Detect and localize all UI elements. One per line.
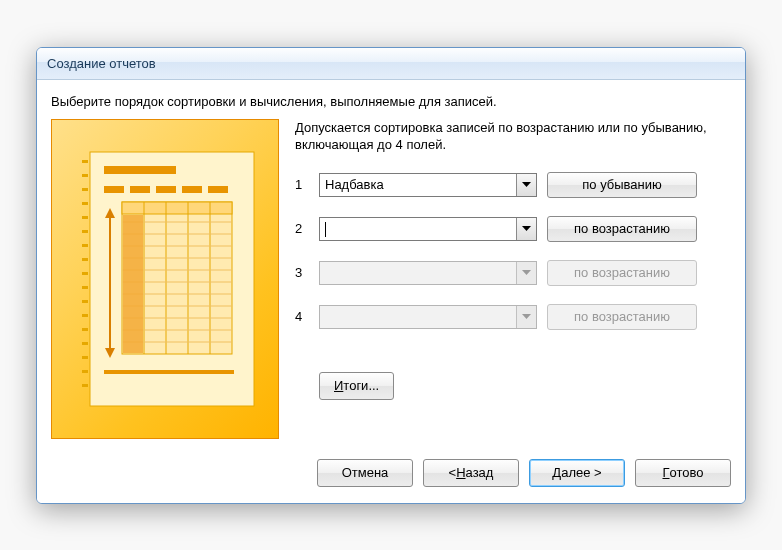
sort-row-number: 3 xyxy=(295,265,309,280)
next-button[interactable]: Далее > xyxy=(529,459,625,487)
svg-rect-20 xyxy=(130,186,150,193)
svg-rect-12 xyxy=(82,314,88,317)
svg-rect-19 xyxy=(104,186,124,193)
svg-rect-13 xyxy=(82,328,88,331)
sort-row-1: 1Надбавкапо убыванию xyxy=(295,172,731,198)
cancel-label: Отмена xyxy=(342,465,389,480)
svg-rect-6 xyxy=(82,230,88,233)
sort-field-combo-2[interactable] xyxy=(319,217,537,241)
svg-rect-21 xyxy=(156,186,176,193)
svg-rect-25 xyxy=(122,202,232,214)
sort-order-label: по возрастанию xyxy=(574,309,670,324)
sort-order-button-4: по возрастанию xyxy=(547,304,697,330)
svg-rect-18 xyxy=(104,166,176,174)
back-button[interactable]: < Назад xyxy=(423,459,519,487)
sort-field-value: Надбавка xyxy=(320,174,516,196)
sort-order-button-1[interactable]: по убыванию xyxy=(547,172,697,198)
hint-text: Допускается сортировка записей по возрас… xyxy=(295,119,731,154)
svg-rect-41 xyxy=(123,215,143,353)
sort-order-button-2[interactable]: по возрастанию xyxy=(547,216,697,242)
svg-rect-16 xyxy=(82,370,88,373)
main-row: Допускается сортировка записей по возрас… xyxy=(37,119,745,439)
sort-order-label: по возрастанию xyxy=(574,221,670,236)
svg-rect-11 xyxy=(82,300,88,303)
svg-rect-7 xyxy=(82,244,88,247)
svg-rect-45 xyxy=(104,370,234,374)
sort-row-number: 1 xyxy=(295,177,309,192)
wizard-illustration xyxy=(51,119,279,439)
chevron-down-icon[interactable] xyxy=(516,174,536,196)
svg-rect-17 xyxy=(82,384,88,387)
svg-rect-15 xyxy=(82,356,88,359)
next-hotkey: Д xyxy=(552,465,561,480)
svg-rect-10 xyxy=(82,286,88,289)
chevron-down-icon xyxy=(516,306,536,328)
sort-row-2: 2по возрастанию xyxy=(295,216,731,242)
back-prefix: < xyxy=(449,465,457,480)
svg-rect-1 xyxy=(82,160,88,163)
svg-rect-5 xyxy=(82,216,88,219)
sort-config-panel: Допускается сортировка записей по возрас… xyxy=(295,119,731,439)
back-rest: азад xyxy=(466,465,494,480)
svg-rect-8 xyxy=(82,258,88,261)
finish-rest: отово xyxy=(670,465,704,480)
sort-field-value xyxy=(320,306,516,328)
titlebar[interactable]: Создание отчетов xyxy=(37,48,745,80)
sort-row-number: 4 xyxy=(295,309,309,324)
window-title: Создание отчетов xyxy=(47,56,156,71)
finish-button[interactable]: Готово xyxy=(635,459,731,487)
sort-order-label: по возрастанию xyxy=(574,265,670,280)
summary-rest: тоги... xyxy=(343,378,379,393)
finish-hotkey: Г xyxy=(662,465,669,480)
svg-rect-9 xyxy=(82,272,88,275)
svg-rect-2 xyxy=(82,174,88,177)
wizard-footer: Отмена < Назад Далее > Готово xyxy=(37,439,745,503)
svg-rect-4 xyxy=(82,202,88,205)
sort-field-value xyxy=(320,262,516,284)
sort-field-value xyxy=(320,218,516,240)
cancel-button[interactable]: Отмена xyxy=(317,459,413,487)
sort-field-combo-3 xyxy=(319,261,537,285)
svg-rect-22 xyxy=(182,186,202,193)
svg-rect-14 xyxy=(82,342,88,345)
svg-rect-23 xyxy=(208,186,228,193)
sort-field-combo-4 xyxy=(319,305,537,329)
svg-rect-3 xyxy=(82,188,88,191)
sort-row-4: 4по возрастанию xyxy=(295,304,731,330)
summary-button[interactable]: Итоги... xyxy=(319,372,394,400)
client-area: Выберите порядок сортировки и вычисления… xyxy=(37,80,745,503)
chevron-down-icon[interactable] xyxy=(516,218,536,240)
chevron-down-icon xyxy=(516,262,536,284)
sort-field-text: Надбавка xyxy=(325,177,384,192)
text-caret xyxy=(325,222,326,237)
instruction-text: Выберите порядок сортировки и вычисления… xyxy=(37,80,745,119)
next-rest: алее > xyxy=(561,465,601,480)
sort-row-3: 3по возрастанию xyxy=(295,260,731,286)
sort-field-combo-1[interactable]: Надбавка xyxy=(319,173,537,197)
sort-order-button-3: по возрастанию xyxy=(547,260,697,286)
back-hotkey: Н xyxy=(456,465,465,480)
summary-hotkey: И xyxy=(334,378,343,393)
wizard-window: Создание отчетов Выберите порядок сортир… xyxy=(36,47,746,504)
sort-order-label: по убыванию xyxy=(582,177,662,192)
sort-row-number: 2 xyxy=(295,221,309,236)
